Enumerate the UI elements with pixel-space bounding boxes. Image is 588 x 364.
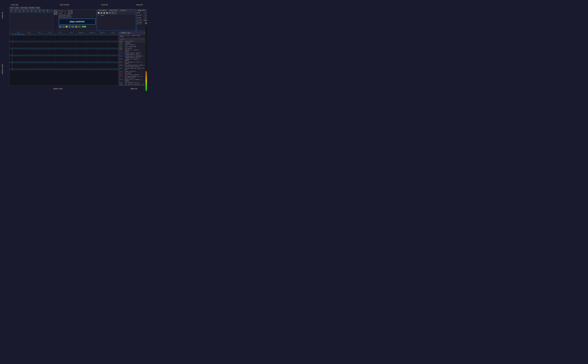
pattern-cell[interactable]: [108, 61, 118, 63]
menu-file[interactable]: file: [10, 7, 14, 9]
pattern-cell[interactable]: [13, 49, 24, 51]
pattern-cell[interactable]: [45, 37, 55, 39]
forward-button[interactable]: ⏩: [65, 26, 68, 28]
pattern-cell[interactable]: [13, 53, 24, 54]
pattern-cell[interactable]: [55, 67, 66, 68]
pattern-cell[interactable]: [108, 55, 118, 56]
pattern-cell[interactable]: [13, 56, 24, 58]
pattern-cell[interactable]: [24, 42, 34, 44]
loop-button[interactable]: ⬇: [68, 26, 71, 28]
tab-wavetables[interactable]: Wavetables: [108, 9, 119, 12]
pattern-cell[interactable]: [13, 39, 24, 41]
record-button[interactable]: ⏺: [72, 26, 74, 28]
pattern-cell[interactable]: [24, 55, 34, 56]
pattern-cell[interactable]: [87, 39, 98, 41]
pattern-cell[interactable]: [108, 36, 118, 37]
pattern-cell[interactable]: [34, 51, 45, 53]
pattern-cell[interactable]: [97, 37, 108, 39]
pattern-cell[interactable]: [24, 51, 34, 53]
pattern-cell[interactable]: [66, 56, 76, 58]
pattern-cell[interactable]: [97, 63, 108, 65]
pattern-cell[interactable]: [66, 46, 76, 47]
pattern-cell[interactable]: [45, 65, 55, 66]
pattern-cell[interactable]: [13, 37, 24, 39]
effect-item[interactable]: 06xyVolume slide + portamento (compatibi…: [119, 55, 145, 58]
pattern-cell[interactable]: [34, 67, 45, 68]
author-input[interactable]: [144, 14, 147, 16]
pattern-cell[interactable]: [76, 61, 87, 63]
metronome-button[interactable]: 🔔: [75, 26, 78, 28]
pattern-cell[interactable]: [34, 56, 45, 58]
pattern-cell[interactable]: [87, 61, 98, 63]
effect-item[interactable]: 0DxxJump to next pattern: [119, 74, 145, 76]
menu-window[interactable]: window: [29, 7, 34, 9]
pattern-cell[interactable]: [76, 60, 87, 61]
order-down-button[interactable]: ▼: [56, 12, 58, 13]
pattern-cell[interactable]: [66, 60, 76, 61]
pattern-cell[interactable]: [66, 51, 76, 53]
asset-up-button[interactable]: ▲: [109, 12, 111, 14]
play-button[interactable]: ▶: [59, 26, 61, 28]
pattern-cell[interactable]: [13, 44, 24, 46]
pattern-cell[interactable]: [87, 48, 98, 49]
tab-instruments[interactable]: Instruments: [97, 9, 108, 12]
pattern-row[interactable]: 5: [9, 42, 118, 44]
pattern-cell[interactable]: [13, 68, 24, 70]
pattern-cell[interactable]: [87, 49, 98, 51]
pattern-cell[interactable]: [108, 42, 118, 44]
pattern-cell[interactable]: [97, 51, 108, 53]
pattern-cell[interactable]: [66, 34, 76, 35]
album-input[interactable]: [144, 17, 147, 19]
pattern-cell[interactable]: [108, 65, 118, 66]
pattern-cell[interactable]: [55, 63, 66, 65]
pattern-cell[interactable]: [87, 67, 98, 68]
pattern-cell[interactable]: [87, 41, 98, 42]
effect-item[interactable]: 04xyVibrato (x: speed; y: depth): [119, 49, 145, 52]
pattern-cell[interactable]: [45, 63, 55, 65]
pattern-cell[interactable]: [97, 53, 108, 54]
pattern-cell[interactable]: [66, 55, 76, 56]
step-plus-button[interactable]: +: [71, 12, 73, 14]
pattern-cell[interactable]: [34, 34, 45, 35]
pattern-cell[interactable]: [87, 37, 98, 39]
pattern-cell[interactable]: [13, 65, 24, 66]
pattern-cell[interactable]: [55, 37, 66, 39]
pattern-cell[interactable]: [87, 53, 98, 54]
pattern-cell[interactable]: [55, 36, 66, 37]
pattern-cell[interactable]: [45, 34, 55, 35]
pattern-cell[interactable]: [24, 37, 34, 39]
tab-song-info[interactable]: Song Info: [137, 9, 147, 12]
pattern-cell[interactable]: [24, 61, 34, 63]
pattern-cell[interactable]: [55, 58, 66, 60]
pattern-row[interactable]: 12: [9, 55, 118, 56]
pattern-cell[interactable]: [87, 51, 98, 53]
pattern-cell[interactable]: [34, 44, 45, 46]
pattern-cell[interactable]: [76, 36, 87, 37]
pattern-row[interactable]: 2: [9, 37, 118, 39]
pattern-cell[interactable]: [55, 49, 66, 51]
pattern-cell[interactable]: [34, 37, 45, 39]
pattern-cell[interactable]: [108, 46, 118, 47]
effect-search-menu[interactable]: ≡: [144, 38, 145, 40]
pattern-cell[interactable]: [66, 42, 76, 44]
pattern-cell[interactable]: [24, 41, 34, 42]
menu-settings[interactable]: settings: [20, 7, 27, 9]
pattern-cell[interactable]: [87, 56, 98, 58]
pattern-cell[interactable]: [24, 63, 34, 65]
asset-new-button[interactable]: 📄: [97, 12, 100, 14]
pattern-row[interactable]: 1: [9, 36, 118, 37]
pattern-row[interactable]: 7: [9, 46, 118, 48]
pattern-cell[interactable]: [45, 51, 55, 53]
menu-help[interactable]: help: [36, 7, 40, 9]
pattern-row[interactable]: 16: [9, 61, 118, 63]
pattern-cell[interactable]: [108, 44, 118, 46]
step-minus-button[interactable]: −: [68, 12, 70, 14]
pattern-cell[interactable]: [97, 42, 108, 44]
pattern-cell[interactable]: [45, 36, 55, 37]
pattern-cell[interactable]: [13, 58, 24, 60]
pattern-cell[interactable]: [97, 49, 108, 51]
pattern-cell[interactable]: [66, 58, 76, 60]
pattern-cell[interactable]: [66, 53, 76, 54]
pattern-cell[interactable]: [34, 68, 45, 70]
pattern-cell[interactable]: [45, 48, 55, 49]
